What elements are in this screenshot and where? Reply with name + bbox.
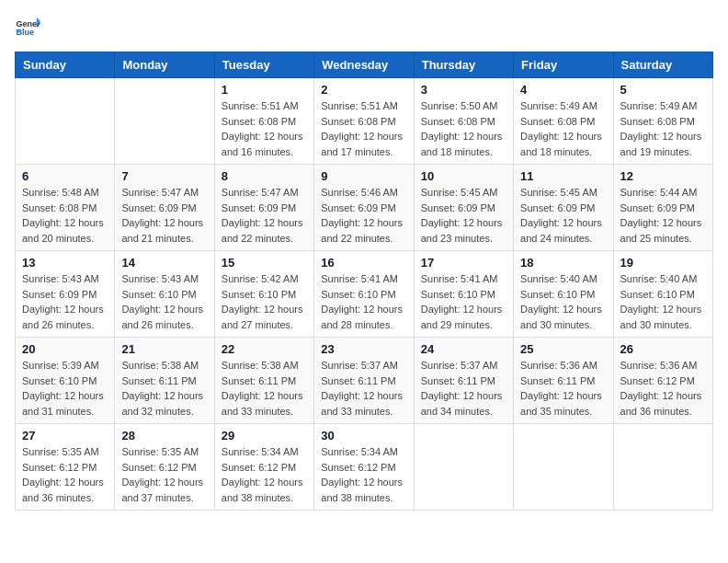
day-number: 21 xyxy=(121,342,207,356)
calendar-cell: 5Sunrise: 5:49 AM Sunset: 6:08 PM Daylig… xyxy=(613,78,712,165)
day-number: 25 xyxy=(520,342,606,356)
day-info: Sunrise: 5:41 AM Sunset: 6:10 PM Dayligh… xyxy=(321,271,406,332)
day-number: 19 xyxy=(620,256,706,270)
day-info: Sunrise: 5:44 AM Sunset: 6:09 PM Dayligh… xyxy=(620,185,706,246)
day-info: Sunrise: 5:45 AM Sunset: 6:09 PM Dayligh… xyxy=(520,185,606,246)
calendar-cell: 11Sunrise: 5:45 AM Sunset: 6:09 PM Dayli… xyxy=(514,165,613,251)
day-number: 18 xyxy=(520,256,606,270)
calendar-week-row: 27Sunrise: 5:35 AM Sunset: 6:12 PM Dayli… xyxy=(16,424,713,511)
day-number: 22 xyxy=(222,342,307,356)
day-number: 26 xyxy=(620,342,706,356)
calendar-cell: 25Sunrise: 5:36 AM Sunset: 6:11 PM Dayli… xyxy=(514,338,613,424)
calendar-week-row: 1Sunrise: 5:51 AM Sunset: 6:08 PM Daylig… xyxy=(16,78,713,165)
day-number: 7 xyxy=(121,169,207,183)
day-number: 2 xyxy=(321,83,406,97)
weekday-header-saturday: Saturday xyxy=(613,52,712,78)
weekday-header-monday: Monday xyxy=(115,52,214,78)
weekday-header-tuesday: Tuesday xyxy=(214,52,313,78)
calendar-cell: 2Sunrise: 5:51 AM Sunset: 6:08 PM Daylig… xyxy=(314,78,414,165)
weekday-header-friday: Friday xyxy=(514,52,613,78)
calendar-cell xyxy=(115,78,214,165)
calendar-cell: 16Sunrise: 5:41 AM Sunset: 6:10 PM Dayli… xyxy=(314,251,414,338)
calendar-cell: 21Sunrise: 5:38 AM Sunset: 6:11 PM Dayli… xyxy=(115,338,214,424)
day-number: 27 xyxy=(22,429,108,442)
day-info: Sunrise: 5:37 AM Sunset: 6:11 PM Dayligh… xyxy=(421,358,506,419)
calendar-table: SundayMondayTuesdayWednesdayThursdayFrid… xyxy=(15,52,713,511)
day-number: 9 xyxy=(321,169,406,183)
day-number: 28 xyxy=(121,429,207,442)
logo-icon: GeneralBlue xyxy=(15,15,40,40)
day-number: 3 xyxy=(421,83,506,97)
weekday-header-sunday: Sunday xyxy=(16,52,115,78)
day-number: 1 xyxy=(222,83,307,97)
day-number: 20 xyxy=(22,342,108,356)
calendar-cell xyxy=(613,424,712,511)
page-header: GeneralBlue xyxy=(15,15,713,40)
day-info: Sunrise: 5:39 AM Sunset: 6:10 PM Dayligh… xyxy=(22,358,108,419)
day-info: Sunrise: 5:37 AM Sunset: 6:11 PM Dayligh… xyxy=(321,358,406,419)
calendar-cell: 23Sunrise: 5:37 AM Sunset: 6:11 PM Dayli… xyxy=(314,338,414,424)
calendar-cell: 18Sunrise: 5:40 AM Sunset: 6:10 PM Dayli… xyxy=(514,251,613,338)
day-number: 10 xyxy=(421,169,506,183)
day-number: 15 xyxy=(222,256,307,270)
calendar-cell xyxy=(16,78,115,165)
calendar-cell xyxy=(414,424,513,511)
day-number: 5 xyxy=(620,83,706,97)
day-info: Sunrise: 5:36 AM Sunset: 6:11 PM Dayligh… xyxy=(520,358,606,419)
day-info: Sunrise: 5:34 AM Sunset: 6:12 PM Dayligh… xyxy=(321,444,406,505)
day-number: 17 xyxy=(421,256,506,270)
calendar-cell: 19Sunrise: 5:40 AM Sunset: 6:10 PM Dayli… xyxy=(613,251,712,338)
calendar-cell: 20Sunrise: 5:39 AM Sunset: 6:10 PM Dayli… xyxy=(16,338,115,424)
day-number: 23 xyxy=(321,342,406,356)
day-info: Sunrise: 5:49 AM Sunset: 6:08 PM Dayligh… xyxy=(520,98,606,159)
calendar-cell: 13Sunrise: 5:43 AM Sunset: 6:09 PM Dayli… xyxy=(16,251,115,338)
day-number: 29 xyxy=(222,429,307,442)
day-info: Sunrise: 5:35 AM Sunset: 6:12 PM Dayligh… xyxy=(22,444,108,505)
day-info: Sunrise: 5:48 AM Sunset: 6:08 PM Dayligh… xyxy=(22,185,108,246)
day-info: Sunrise: 5:38 AM Sunset: 6:11 PM Dayligh… xyxy=(222,358,307,419)
calendar-week-row: 20Sunrise: 5:39 AM Sunset: 6:10 PM Dayli… xyxy=(16,338,713,424)
calendar-cell: 29Sunrise: 5:34 AM Sunset: 6:12 PM Dayli… xyxy=(214,424,313,511)
day-number: 8 xyxy=(222,169,307,183)
day-info: Sunrise: 5:42 AM Sunset: 6:10 PM Dayligh… xyxy=(222,271,307,332)
day-info: Sunrise: 5:40 AM Sunset: 6:10 PM Dayligh… xyxy=(520,271,606,332)
weekday-header-row: SundayMondayTuesdayWednesdayThursdayFrid… xyxy=(16,52,713,78)
svg-text:Blue: Blue xyxy=(16,28,34,37)
day-info: Sunrise: 5:51 AM Sunset: 6:08 PM Dayligh… xyxy=(321,98,406,159)
day-info: Sunrise: 5:36 AM Sunset: 6:12 PM Dayligh… xyxy=(620,358,706,419)
day-number: 12 xyxy=(620,169,706,183)
calendar-cell: 7Sunrise: 5:47 AM Sunset: 6:09 PM Daylig… xyxy=(115,165,214,251)
calendar-cell: 30Sunrise: 5:34 AM Sunset: 6:12 PM Dayli… xyxy=(314,424,414,511)
calendar-cell: 28Sunrise: 5:35 AM Sunset: 6:12 PM Dayli… xyxy=(115,424,214,511)
weekday-header-thursday: Thursday xyxy=(414,52,513,78)
day-info: Sunrise: 5:51 AM Sunset: 6:08 PM Dayligh… xyxy=(222,98,307,159)
calendar-cell: 9Sunrise: 5:46 AM Sunset: 6:09 PM Daylig… xyxy=(314,165,414,251)
calendar-cell: 26Sunrise: 5:36 AM Sunset: 6:12 PM Dayli… xyxy=(613,338,712,424)
day-info: Sunrise: 5:43 AM Sunset: 6:09 PM Dayligh… xyxy=(22,271,108,332)
day-number: 4 xyxy=(520,83,606,97)
day-info: Sunrise: 5:40 AM Sunset: 6:10 PM Dayligh… xyxy=(620,271,706,332)
day-info: Sunrise: 5:50 AM Sunset: 6:08 PM Dayligh… xyxy=(421,98,506,159)
day-number: 13 xyxy=(22,256,108,270)
calendar-week-row: 13Sunrise: 5:43 AM Sunset: 6:09 PM Dayli… xyxy=(16,251,713,338)
day-number: 30 xyxy=(321,429,406,442)
logo: GeneralBlue xyxy=(15,15,40,40)
calendar-cell: 1Sunrise: 5:51 AM Sunset: 6:08 PM Daylig… xyxy=(214,78,313,165)
day-number: 6 xyxy=(22,169,108,183)
day-info: Sunrise: 5:34 AM Sunset: 6:12 PM Dayligh… xyxy=(222,444,307,505)
day-info: Sunrise: 5:49 AM Sunset: 6:08 PM Dayligh… xyxy=(620,98,706,159)
day-number: 16 xyxy=(321,256,406,270)
calendar-cell: 6Sunrise: 5:48 AM Sunset: 6:08 PM Daylig… xyxy=(16,165,115,251)
day-number: 11 xyxy=(520,169,606,183)
calendar-cell: 22Sunrise: 5:38 AM Sunset: 6:11 PM Dayli… xyxy=(214,338,313,424)
weekday-header-wednesday: Wednesday xyxy=(314,52,414,78)
calendar-cell: 14Sunrise: 5:43 AM Sunset: 6:10 PM Dayli… xyxy=(115,251,214,338)
day-info: Sunrise: 5:38 AM Sunset: 6:11 PM Dayligh… xyxy=(121,358,207,419)
calendar-cell: 24Sunrise: 5:37 AM Sunset: 6:11 PM Dayli… xyxy=(414,338,513,424)
calendar-cell: 4Sunrise: 5:49 AM Sunset: 6:08 PM Daylig… xyxy=(514,78,613,165)
calendar-week-row: 6Sunrise: 5:48 AM Sunset: 6:08 PM Daylig… xyxy=(16,165,713,251)
day-info: Sunrise: 5:47 AM Sunset: 6:09 PM Dayligh… xyxy=(121,185,207,246)
day-number: 24 xyxy=(421,342,506,356)
day-info: Sunrise: 5:46 AM Sunset: 6:09 PM Dayligh… xyxy=(321,185,406,246)
calendar-cell: 17Sunrise: 5:41 AM Sunset: 6:10 PM Dayli… xyxy=(414,251,513,338)
